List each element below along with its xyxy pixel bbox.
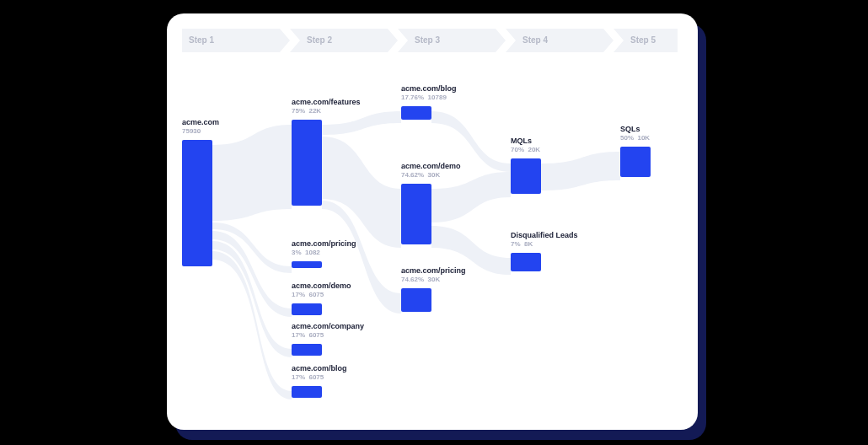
node-meta: 75930: [182, 127, 219, 135]
node-bar: [292, 344, 322, 356]
node-meta: 17% 6075: [292, 373, 347, 381]
node-title: acme.com/features: [292, 98, 361, 106]
step-1: Step 1: [182, 29, 290, 52]
step-label: Step 1: [189, 35, 214, 45]
sankey-node-features: acme.com/features 75% 22K: [292, 98, 361, 206]
step-label: Step 4: [522, 35, 548, 45]
node-meta: 74.62% 30K: [401, 171, 461, 179]
node-bar: [292, 386, 322, 398]
node-bar: [182, 140, 212, 266]
step-label: Step 2: [307, 35, 332, 45]
node-bar: [511, 158, 541, 194]
sankey-node-disq: Disqualified Leads 7% 8K: [511, 231, 578, 271]
step-5: Step 5: [613, 29, 678, 52]
node-meta: 75% 22K: [292, 107, 361, 115]
step-3: Step 3: [398, 29, 506, 52]
sankey-node-company: acme.com/company 17% 6075: [292, 322, 364, 356]
node-bar: [401, 288, 431, 312]
step-header: Step 1 Step 2 Step 3 Step 4 Step 5: [182, 29, 689, 52]
sankey-node-pricing: acme.com/pricing 3% 1082: [292, 239, 356, 268]
sankey-node-blog: acme.com/blog 17% 6075: [292, 364, 347, 398]
node-meta: 50% 10K: [620, 134, 651, 142]
chart-card: Step 1 Step 2 Step 3 Step 4 Step 5: [167, 13, 698, 430]
node-bar: [401, 184, 431, 244]
sankey-node-sqls: SQLs 50% 10K: [620, 125, 651, 177]
step-label: Step 3: [415, 35, 440, 45]
node-bar: [292, 303, 322, 315]
node-meta: 70% 20K: [511, 146, 541, 153]
node-bar: [401, 106, 431, 120]
step-4: Step 4: [506, 29, 613, 52]
node-title: acme.com/blog: [401, 84, 457, 93]
node-title: acme.com/pricing: [401, 266, 466, 275]
sankey-node-demo: acme.com/demo 17% 6075: [292, 281, 351, 315]
node-bar: [292, 261, 322, 268]
sankey-node-pricing3: acme.com/pricing 74.62% 30K: [401, 266, 466, 312]
sankey-node-acme: acme.com 75930: [182, 118, 219, 266]
node-meta: 74.62% 30K: [401, 276, 466, 283]
node-title: acme.com/pricing: [292, 239, 356, 248]
node-meta: 17% 6075: [292, 291, 351, 298]
node-title: Disqualified Leads: [511, 231, 578, 239]
node-title: acme.com/demo: [292, 281, 351, 290]
node-bar: [511, 253, 541, 271]
sankey-node-demo3: acme.com/demo 74.62% 30K: [401, 162, 461, 244]
step-2: Step 2: [290, 29, 398, 52]
sankey-chart: acme.com 75930 acme.com/features 75% 22K…: [182, 64, 689, 415]
node-meta: 17.76% 10789: [401, 94, 457, 101]
sankey-node-mqls: MQLs 70% 20K: [511, 137, 541, 194]
node-meta: 7% 8K: [511, 240, 578, 248]
sankey-node-blog3: acme.com/blog 17.76% 10789: [401, 84, 457, 120]
step-label: Step 5: [630, 35, 656, 45]
node-bar: [292, 120, 322, 206]
node-title: acme.com: [182, 118, 219, 126]
node-title: MQLs: [511, 137, 541, 145]
node-bar: [620, 147, 651, 177]
node-title: acme.com/blog: [292, 364, 347, 373]
node-title: SQLs: [620, 125, 651, 133]
node-meta: 17% 6075: [292, 331, 364, 339]
node-title: acme.com/company: [292, 322, 364, 330]
node-meta: 3% 1082: [292, 249, 356, 256]
node-title: acme.com/demo: [401, 162, 461, 170]
